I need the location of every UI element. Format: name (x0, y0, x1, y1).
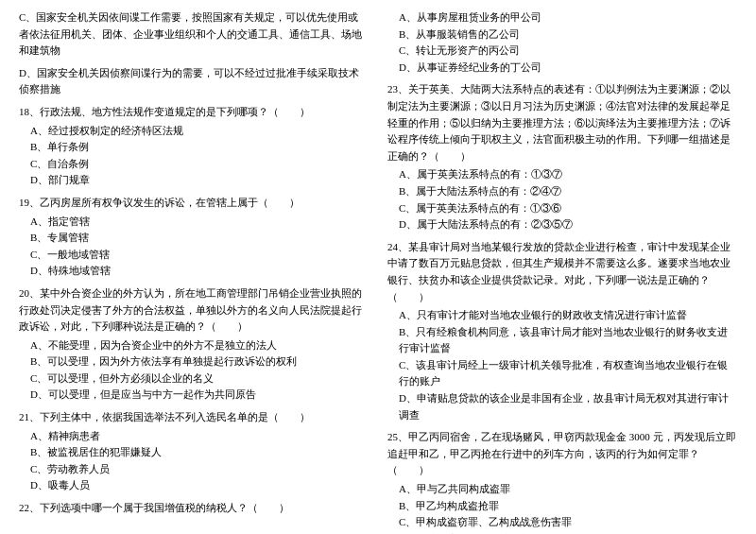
q22-a: A、从事房屋租赁业务的甲公司 (399, 9, 737, 26)
q22-d: D、从事证券经纪业务的丁公司 (399, 60, 737, 77)
q24: 24、某县审计局对当地某银行发放的贷款企业进行检查，审计中发现某企业中请了数百万… (387, 239, 737, 424)
q19-b: B、专属管辖 (30, 230, 369, 247)
q21-text: 21、下列主体中，依据我国选举法不列入选民名单的是（ ） (19, 409, 369, 426)
q18-b: B、单行条例 (30, 139, 369, 156)
right-column: A、从事房屋租赁业务的甲公司 B、从事服装销售的乙公司 C、转让无形资产的丙公司… (387, 9, 737, 534)
q18-a: A、经过授权制定的经济特区法规 (30, 123, 369, 140)
q23-a: A、属于英美法系特点的有：①③⑦ (399, 166, 737, 183)
q22-options: A、从事房屋租赁业务的甲公司 B、从事服装销售的乙公司 C、转让无形资产的丙公司… (387, 9, 737, 76)
q23-b: B、属于大陆法系特点的有：②④⑦ (399, 183, 737, 200)
q18-d: D、部门规章 (30, 172, 369, 189)
q19-d: D、特殊地域管辖 (30, 263, 369, 280)
q18-c: C、自治条例 (30, 156, 369, 173)
q20-c: C、可以受理，但外方必须以企业的名义 (30, 370, 369, 388)
q19-c: C、一般地域管辖 (30, 247, 369, 264)
q25-a: A、甲与乙共同构成盗罪 (399, 481, 737, 498)
q24-d: D、申请贴息贷款的该企业是非国有企业，故县审计局无权对其进行审计调查 (399, 390, 737, 423)
q22-b: B、从事服装销售的乙公司 (399, 26, 737, 43)
q21: 21、下列主体中，依据我国选举法不列入选民名单的是（ ） A、精神病患者 B、被… (19, 409, 369, 494)
q22-c: C、转让无形资产的丙公司 (399, 43, 737, 60)
q20-text: 20、某中外合资企业的外方认为，所在地工商管理部门吊销企业营业执照的行政处罚决定… (19, 285, 369, 336)
left-item-c: C、国家安全机关因依间谍工作需要，按照国家有关规定，可以优先使用或者依法征用机关… (19, 9, 369, 60)
q23: 23、关于英美、大陆两大法系特点的表述有：①以判例法为主要渊源；②以制定法为主要… (387, 81, 737, 233)
q25-b: B、甲乙均构成盗抢罪 (399, 498, 737, 515)
q25-text: 25、甲乙丙同宿舍，乙在现场赌风，甲窃丙款现金金 3000 元，丙发现后立即追赶… (387, 429, 737, 479)
q20-d: D、可以受理，但是应当与中方一起作为共同原告 (30, 387, 369, 404)
q21-b: B、被监视居住的犯罪嫌疑人 (30, 444, 369, 461)
q23-c: C、属于英美法系特点的有：①③⑥ (399, 200, 737, 217)
q19-text: 19、乙丙房屋所有权争议发生的诉讼，在管辖上属于（ ） (19, 195, 369, 212)
q21-c: C、劳动教养人员 (30, 461, 369, 478)
q21-a: A、精神病患者 (30, 428, 369, 445)
q21-d: D、吸毒人员 (30, 477, 369, 494)
q20-b: B、可以受理，因为外方依法享有单独提起行政诉讼的权利 (30, 353, 369, 370)
q19-a: A、指定管辖 (30, 214, 369, 231)
q24-b: B、只有经粮食机构同意，该县审计局才能对当地农业银行的财务收支进行审计监督 (399, 324, 737, 357)
q19: 19、乙丙房屋所有权争议发生的诉讼，在管辖上属于（ ） A、指定管辖 B、专属管… (19, 195, 369, 280)
content-columns: C、国家安全机关因依间谍工作需要，按照国家有关规定，可以优先使用或者依法征用机关… (19, 9, 737, 534)
q18: 18、行政法规、地方性法规作变道规定的是下列哪项？（ ） A、经过授权制定的经济… (19, 104, 369, 189)
q23-d: D、属于大陆法系特点的有：②③⑤⑦ (399, 216, 737, 233)
q23-text: 23、关于英美、大陆两大法系特点的表述有：①以判例法为主要渊源；②以制定法为主要… (387, 81, 737, 164)
left-column: C、国家安全机关因依间谍工作需要，按照国家有关规定，可以优先使用或者依法征用机关… (19, 9, 369, 534)
left-item-d: D、国家安全机关因侦察间谍行为的需要，可以不经过过批准手续采取技术侦察措施 (19, 65, 369, 98)
q25: 25、甲乙丙同宿舍，乙在现场赌风，甲窃丙款现金金 3000 元，丙发现后立即追赶… (387, 429, 737, 534)
q18-text: 18、行政法规、地方性法规作变道规定的是下列哪项？（ ） (19, 104, 369, 121)
q22-text: 22、下列选项中哪一个属于我国增值税的纳税人？（ ） (19, 500, 369, 517)
page: C、国家安全机关因依间谍工作需要，按照国家有关规定，可以优先使用或者依法征用机关… (0, 0, 756, 534)
left-item-c-text: C、国家安全机关因依间谍工作需要，按照国家有关规定，可以优先使用或者依法征用机关… (19, 11, 362, 56)
left-item-d-text: D、国家安全机关因侦察间谍行为的需要，可以不经过过批准手续采取技术侦察措施 (19, 67, 359, 95)
q24-text: 24、某县审计局对当地某银行发放的贷款企业进行检查，审计中发现某企业中请了数百万… (387, 239, 737, 305)
q20: 20、某中外合资企业的外方认为，所在地工商管理部门吊销企业营业执照的行政处罚决定… (19, 285, 369, 404)
q25-c: C、甲构成盗窃罪、乙构成战意伤害罪 (399, 514, 737, 531)
q20-a: A、不能受理，因为合资企业中的外方不是独立的法人 (30, 337, 369, 354)
q24-a: A、只有审计才能对当地农业银行的财政收支情况进行审计监督 (399, 307, 737, 324)
q24-c: C、该县审计局经上一级审计机关领导批准，有权查询当地农业银行在银行的账户 (399, 357, 737, 390)
q22: 22、下列选项中哪一个属于我国增值税的纳税人？（ ） (19, 500, 369, 517)
